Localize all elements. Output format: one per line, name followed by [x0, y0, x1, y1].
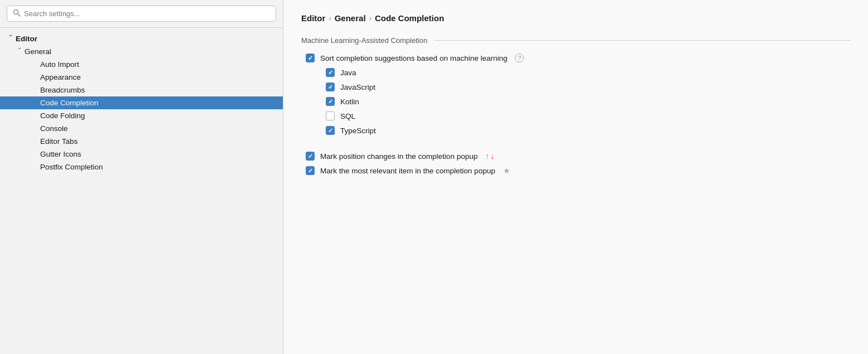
checkbox-mark-position[interactable]: [306, 152, 315, 161]
divider-gap: [306, 140, 850, 146]
breadcrumb-sep-1: ›: [329, 14, 331, 22]
search-wrap[interactable]: [7, 6, 276, 22]
nav-tree: › Editor › General › Auto Import › Appea…: [0, 28, 283, 354]
arrow-down-icon: ↓: [490, 152, 494, 161]
sidebar-item-editor-tabs[interactable]: › Editor Tabs: [0, 135, 283, 148]
svg-line-1: [18, 14, 21, 17]
star-icon: ★: [503, 166, 510, 175]
search-icon: [13, 9, 21, 18]
sidebar-item-label: Appearance: [40, 73, 81, 81]
sidebar-item-code-completion[interactable]: › Code Completion: [0, 96, 283, 109]
option-javascript-label: JavaScript: [340, 83, 375, 91]
sidebar-item-editor[interactable]: › Editor: [0, 32, 283, 45]
option-mark-position-label: Mark position changes in the completion …: [320, 152, 478, 161]
option-typescript: TypeScript: [306, 126, 850, 135]
section-title-text: Machine Learning-Assisted Completion: [301, 36, 427, 45]
main-content: Editor › General › Code Completion Machi…: [283, 0, 868, 354]
sidebar-item-label: General: [25, 47, 51, 56]
position-arrows: ↑ ↓: [485, 152, 494, 161]
checkbox-javascript[interactable]: [326, 83, 335, 91]
checkbox-mark-relevant[interactable]: [306, 166, 315, 175]
sidebar-item-auto-import[interactable]: › Auto Import: [0, 58, 283, 71]
sidebar-item-label: Code Folding: [40, 111, 85, 120]
sidebar: › Editor › General › Auto Import › Appea…: [0, 0, 283, 354]
sidebar-item-label: Code Completion: [40, 99, 98, 107]
sidebar-item-breadcrumbs[interactable]: › Breadcrumbs: [0, 84, 283, 96]
checkbox-sql[interactable]: [326, 111, 335, 120]
breadcrumb: Editor › General › Code Completion: [301, 13, 850, 23]
checkbox-kotlin[interactable]: [326, 97, 335, 106]
help-icon[interactable]: ?: [515, 54, 524, 62]
breadcrumb-general: General: [335, 13, 366, 23]
option-typescript-label: TypeScript: [340, 127, 376, 135]
sidebar-item-label: Auto Import: [40, 60, 79, 69]
arrow-up-icon: ↑: [485, 152, 489, 161]
svg-line-2: [20, 12, 21, 13]
checkbox-java[interactable]: [326, 68, 335, 77]
chevron-icon: ›: [8, 35, 15, 43]
section-title: Machine Learning-Assisted Completion: [301, 36, 850, 45]
option-sort-ml: Sort completion suggestions based on mac…: [306, 54, 850, 62]
sidebar-item-label: Postfix Completion: [40, 163, 103, 171]
checkbox-sort-ml[interactable]: [306, 54, 315, 62]
sidebar-item-console[interactable]: › Console: [0, 122, 283, 135]
option-java: Java: [306, 68, 850, 77]
sidebar-item-label: Breadcrumbs: [40, 86, 85, 94]
breadcrumb-sep-2: ›: [369, 14, 372, 22]
option-sort-ml-label: Sort completion suggestions based on mac…: [320, 54, 507, 62]
chevron-icon: ›: [17, 47, 23, 56]
search-bar: [0, 0, 283, 28]
option-sql: SQL: [306, 111, 850, 120]
option-sql-label: SQL: [340, 112, 355, 120]
option-kotlin-label: Kotlin: [340, 98, 359, 106]
option-javascript: JavaScript: [306, 83, 850, 91]
options-list: Sort completion suggestions based on mac…: [301, 54, 850, 175]
breadcrumb-editor: Editor: [301, 13, 325, 23]
sidebar-item-appearance[interactable]: › Appearance: [0, 71, 283, 84]
checkbox-typescript[interactable]: [326, 126, 335, 135]
sidebar-item-code-folding[interactable]: › Code Folding: [0, 109, 283, 122]
sidebar-item-label: Gutter Icons: [40, 150, 81, 158]
option-kotlin: Kotlin: [306, 97, 850, 106]
sidebar-item-label: Console: [40, 124, 68, 133]
breadcrumb-code-completion: Code Completion: [375, 13, 444, 23]
sidebar-item-gutter-icons[interactable]: › Gutter Icons: [0, 148, 283, 161]
sidebar-item-general[interactable]: › General: [0, 45, 283, 58]
option-mark-relevant-label: Mark the most relevant item in the compl…: [320, 167, 495, 175]
sidebar-item-label: Editor Tabs: [40, 137, 78, 146]
search-input[interactable]: [24, 9, 270, 18]
sidebar-item-label: Editor: [16, 35, 37, 43]
option-mark-relevant: Mark the most relevant item in the compl…: [306, 166, 850, 175]
option-java-label: Java: [340, 69, 356, 77]
sidebar-item-postfix-completion[interactable]: › Postfix Completion: [0, 161, 283, 173]
option-mark-position: Mark position changes in the completion …: [306, 152, 850, 161]
